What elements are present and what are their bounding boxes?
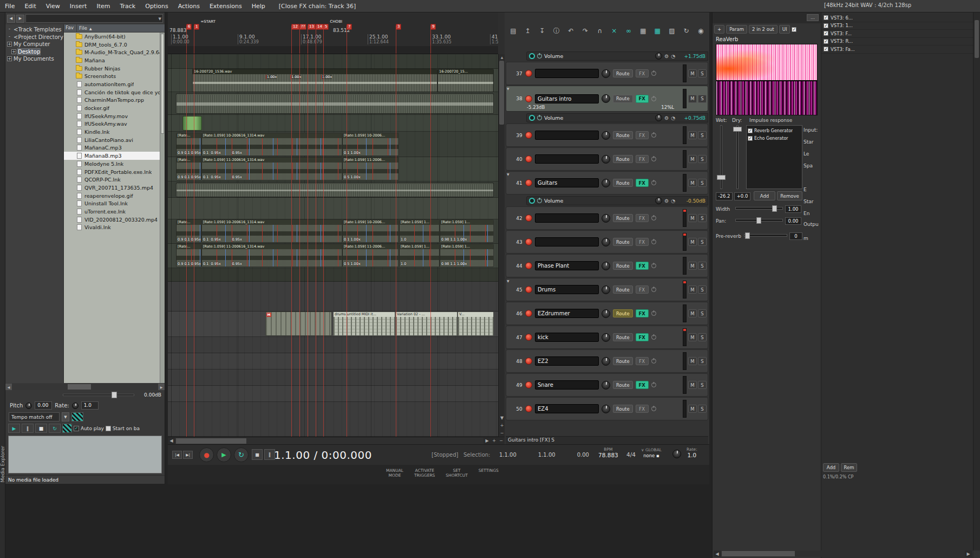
media-item[interactable]: [Rate:1.059] 11-2006...0.5 1.00x — [342, 244, 399, 267]
fx-button[interactable]: FX — [636, 357, 649, 365]
timeline-marker[interactable]: 3 — [396, 20, 401, 26]
timeline-marker[interactable]: 7 — [347, 20, 352, 26]
track-panel-row[interactable]: 37RouteFXMS — [506, 62, 708, 85]
solo-button[interactable]: S — [698, 214, 707, 222]
track-panel-row[interactable]: 39RouteFXMS — [506, 124, 708, 147]
media-item[interactable]: [Rate:1.059] 10-2006...0.1 1.00x — [342, 219, 399, 243]
bpm-value[interactable]: 78.883 — [598, 452, 618, 458]
file-row[interactable]: uTorrent.exe.lnk — [64, 207, 160, 216]
scroll-right-icon[interactable]: ▶ — [484, 437, 491, 444]
solo-button[interactable]: S — [698, 405, 707, 413]
scroll-left-icon[interactable]: ◀ — [168, 437, 175, 444]
menu-insert[interactable]: Insert — [65, 3, 92, 10]
scroll-right-icon[interactable]: ▶ — [158, 384, 165, 390]
pan-knob[interactable] — [602, 214, 610, 223]
go-to-start-button[interactable]: |◀ — [172, 451, 182, 459]
route-button[interactable]: Route — [613, 238, 633, 246]
pan-knob[interactable] — [602, 357, 610, 366]
menu-file[interactable]: File — [0, 3, 19, 10]
track-name[interactable]: Drums — [535, 285, 599, 294]
scroll-thumb[interactable] — [722, 551, 795, 556]
mute-button[interactable]: M — [688, 179, 697, 187]
menu-view[interactable]: View — [41, 3, 65, 10]
route-button[interactable]: Route — [613, 179, 633, 187]
media-item[interactable] — [182, 116, 202, 131]
file-row[interactable]: QCORP-PC.lnk — [64, 176, 160, 184]
tree-item[interactable]: +Desktop — [5, 48, 63, 56]
mute-button[interactable]: M — [688, 69, 697, 77]
solo-button[interactable]: S — [698, 238, 707, 246]
mute-button[interactable]: M — [688, 333, 697, 341]
solo-button[interactable]: S — [698, 262, 707, 270]
track-panel-row[interactable]: ▼38Guitars introRouteFX-5.23dB12%LMS — [506, 86, 708, 112]
track-name[interactable]: EZdrummer — [535, 309, 599, 318]
fx-button[interactable]: FX — [636, 309, 649, 317]
fx-button[interactable]: FX — [636, 214, 649, 222]
pitch-knob[interactable] — [25, 403, 32, 409]
fx-button[interactable]: FX — [636, 179, 649, 187]
track-name[interactable]: Snare — [535, 380, 599, 390]
gear-icon[interactable]: ⚙ — [664, 54, 669, 59]
track-name[interactable] — [535, 213, 599, 223]
track-name[interactable]: kick — [535, 333, 599, 342]
media-item[interactable]: [Rate:1.059] 1...0.98 1.1 1.00x — [440, 244, 494, 267]
scroll-left-icon[interactable]: ◀ — [714, 550, 721, 557]
file-row[interactable]: IfUSeekAmy.wav — [64, 120, 160, 128]
solo-button[interactable]: S — [698, 309, 707, 317]
fx-bypass-icon[interactable] — [651, 382, 656, 387]
fx-button[interactable]: FX — [636, 286, 649, 294]
mute-button[interactable]: M — [688, 286, 697, 294]
file-row[interactable]: Screenshots — [64, 72, 160, 80]
tempo-match-dropdown[interactable]: Tempo match off — [9, 412, 60, 421]
menu-extensions[interactable]: Extensions — [205, 3, 247, 10]
track-panel-row[interactable]: ▼45DrumsRouteFXMS — [506, 278, 708, 301]
solo-button[interactable]: S — [698, 69, 707, 77]
prereverb-value[interactable]: 0 — [789, 232, 802, 240]
autoplay-checkbox[interactable]: ✓ — [74, 426, 79, 431]
fx-bypass-icon[interactable] — [651, 406, 656, 411]
generator-checkbox[interactable]: ✓ — [748, 128, 753, 133]
pause-button[interactable]: ‖ — [264, 449, 275, 460]
column-header-fav[interactable]: Fav — [64, 24, 77, 32]
open-project-icon[interactable]: ↥ — [522, 25, 533, 36]
tempo-match-dropdown-arrow[interactable]: ▼ — [62, 412, 69, 421]
fx-enable-checkbox[interactable]: ✓ — [824, 47, 828, 51]
media-item[interactable]: 16-200720_1536.wav1.00x1.00x1.00x — [192, 69, 437, 92]
track-panel-row[interactable]: 46EZdrummerRouteFXMS — [506, 302, 708, 325]
fx-options-button[interactable]: … — [807, 14, 819, 21]
mute-button[interactable]: M — [688, 405, 697, 413]
mod-icon[interactable]: ◔ — [671, 198, 675, 204]
scroll-left-icon[interactable]: ◀ — [5, 384, 12, 390]
transport-action-button[interactable]: SETTINGS — [477, 467, 500, 474]
mute-button[interactable]: M — [688, 131, 697, 139]
new-project-icon[interactable]: ▤ — [508, 25, 519, 36]
menu-edit[interactable]: Edit — [19, 3, 41, 10]
media-item[interactable]: [Rate:1.059] 11-200616_1314.wav0.1 0.95x… — [201, 244, 342, 267]
pan-value[interactable]: 0.00 — [785, 217, 801, 225]
dry-db-value[interactable]: +0.0 — [734, 192, 750, 200]
repeat-button[interactable]: ↻ — [234, 447, 249, 462]
fx-button[interactable]: FX — [636, 238, 649, 246]
track-name[interactable] — [535, 69, 599, 78]
file-list-vscroll[interactable] — [160, 33, 165, 383]
solo-button[interactable]: S — [698, 95, 707, 103]
fx-chain-item[interactable]: ✓VST3: Fa... — [821, 46, 974, 54]
width-slider[interactable] — [735, 205, 783, 212]
wet-db-value[interactable]: -26.2 — [716, 192, 733, 200]
mute-button[interactable]: M — [688, 357, 697, 365]
fx-window-hscroll[interactable]: ◀ ▶ — [714, 550, 972, 557]
fx-button[interactable]: FX — [636, 95, 649, 103]
record-arm-button[interactable] — [525, 358, 532, 365]
record-arm-button[interactable] — [525, 381, 532, 388]
fx-bypass-icon[interactable] — [651, 71, 656, 76]
mute-button[interactable]: M — [688, 214, 697, 222]
timeline-marker[interactable]: 14 — [316, 20, 324, 26]
fx-bypass-icon[interactable] — [651, 180, 656, 185]
fx-button[interactable]: FX — [636, 131, 649, 139]
tempo-stripe-button[interactable] — [71, 412, 83, 421]
fx-button[interactable]: FX — [636, 333, 649, 341]
solo-button[interactable]: S — [698, 381, 707, 389]
media-item[interactable]: [Rate:1.059] 1...1.0 — [399, 244, 440, 267]
pan-slider[interactable] — [735, 217, 783, 224]
fx-chain-item[interactable]: ✓VST3: R... — [821, 38, 974, 46]
